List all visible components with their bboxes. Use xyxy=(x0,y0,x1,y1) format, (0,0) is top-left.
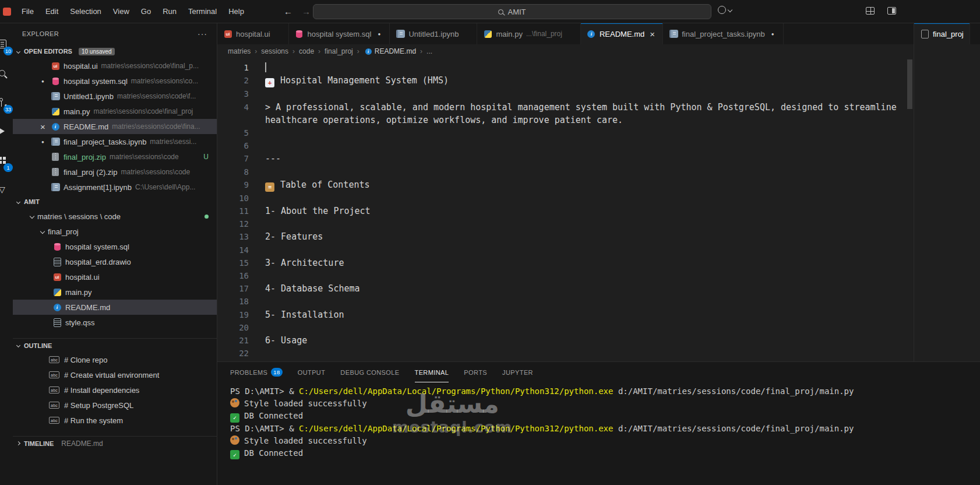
editor-pane-secondary[interactable] xyxy=(914,44,980,361)
code-line[interactable]: 1 xyxy=(217,61,914,74)
code-line[interactable]: 13 2- Features xyxy=(217,230,914,243)
outline-item[interactable]: # Run the system xyxy=(13,413,217,428)
breadcrumb-file[interactable]: README.md xyxy=(375,47,416,55)
activity-item[interactable]: 33 xyxy=(0,87,13,117)
forward-icon[interactable] xyxy=(302,6,311,16)
activity-item[interactable] xyxy=(0,117,13,146)
panel-tab[interactable]: JUPYTER xyxy=(502,362,533,382)
tree-file-item[interactable]: hospital system.sql xyxy=(13,239,217,254)
editor-state-icon[interactable] xyxy=(38,79,47,84)
open-editor-item[interactable]: README.md matries\sessions\code\fina... xyxy=(13,119,217,134)
open-editor-item[interactable]: final_proj (2).zip matries\sessions\code xyxy=(13,164,217,180)
code-editor[interactable]: 1 2 Hospital Management System (HMS) 3 xyxy=(217,58,914,361)
code-line[interactable]: 16 xyxy=(217,269,914,282)
open-editor-item[interactable]: hospital.ui matries\sessions\code\final_… xyxy=(13,58,217,73)
activity-item[interactable]: 10 xyxy=(0,29,13,58)
more-actions-icon[interactable] xyxy=(198,29,207,38)
toggle-panel-icon[interactable] xyxy=(887,7,896,15)
tree-file-item[interactable]: README.md xyxy=(13,300,217,315)
code-line[interactable]: 7 --- xyxy=(217,152,914,165)
terminal-output[interactable]: PS D:\AMIT> & C:/Users/dell/AppData/Loca… xyxy=(217,382,980,459)
menu-item[interactable]: Go xyxy=(135,5,157,18)
panel-tab[interactable]: TERMINAL xyxy=(415,362,449,382)
open-editors-header[interactable]: OPEN EDITORS 10 unsaved xyxy=(13,44,217,58)
code-line[interactable]: 14 xyxy=(217,244,914,256)
menu-item[interactable]: View xyxy=(107,5,135,18)
code-line[interactable]: 11 1- About the Project xyxy=(217,205,914,217)
code-line[interactable]: 4 > A professional, scalable, and modern… xyxy=(217,101,914,126)
customize-layout-icon[interactable] xyxy=(866,7,875,15)
editor-tab[interactable]: hospital.ui xyxy=(217,23,289,44)
open-editor-item[interactable]: final_proj.zip matries\sessions\code U xyxy=(13,149,217,164)
outline-item[interactable]: # Setup PostgreSQL xyxy=(13,398,217,413)
menu-item[interactable]: Edit xyxy=(40,5,64,18)
editor-tab[interactable]: final_proj xyxy=(914,23,970,44)
tree-folder-compact[interactable]: matries \ sessions \ code xyxy=(13,209,217,224)
menu-item[interactable]: Run xyxy=(157,5,182,18)
outline-item[interactable]: # Clone repo xyxy=(13,352,217,367)
breadcrumb-item[interactable]: final_proj xyxy=(325,47,364,55)
back-icon[interactable] xyxy=(284,6,292,16)
code-line[interactable]: 19 5- Installation xyxy=(217,308,914,321)
tree-folder[interactable]: final_proj xyxy=(13,224,217,239)
activity-item[interactable] xyxy=(0,175,13,204)
editor-tab[interactable]: final_project_tasks.ipynb xyxy=(663,23,783,44)
panel-tab[interactable]: DEBUG CONSOLE xyxy=(340,362,399,382)
tree-file-item[interactable]: main.py xyxy=(13,284,217,300)
code-line[interactable]: 5 xyxy=(217,126,914,139)
editor-state-icon[interactable] xyxy=(38,139,47,145)
menu-item[interactable]: Terminal xyxy=(182,5,223,18)
breadcrumb-item[interactable]: sessions xyxy=(261,47,299,55)
breadcrumb[interactable]: matriessessionscodefinal_proj README.md … xyxy=(217,44,914,58)
code-line[interactable]: 10 xyxy=(217,192,914,205)
editor-tab[interactable]: Untitled1.ipynb xyxy=(390,23,477,44)
menu-item[interactable]: Selection xyxy=(64,5,107,18)
code-line[interactable]: 17 4- Database Schema xyxy=(217,282,914,295)
open-editor-item[interactable]: main.py matries\sessions\code\final_proj xyxy=(13,104,217,119)
code-line[interactable]: 9 Table of Contents xyxy=(217,178,914,192)
account-menu[interactable] xyxy=(718,6,732,14)
editor-tab[interactable]: main.py ...\final_proj xyxy=(477,23,581,44)
tree-file-item[interactable]: hospital.ui xyxy=(13,269,217,284)
tab-state-icon[interactable] xyxy=(769,31,777,37)
breadcrumb-symbols[interactable]: ... xyxy=(426,47,432,55)
editor-tab[interactable]: hospital system.sql xyxy=(289,23,390,44)
code-line[interactable]: 20 xyxy=(217,321,914,334)
breadcrumb-item[interactable]: matries xyxy=(228,47,261,55)
code-line[interactable]: 15 3- Architecture xyxy=(217,256,914,269)
outline-item[interactable]: # Install dependencies xyxy=(13,382,217,398)
open-editor-item[interactable]: Assignment[1].ipynb C:\Users\dell\App... xyxy=(13,180,217,195)
tab-state-icon[interactable] xyxy=(648,30,657,38)
code-line[interactable]: 21 6- Usage xyxy=(217,334,914,347)
open-editor-item[interactable]: hospital system.sql matries\sessions\co.… xyxy=(13,73,217,89)
code-line[interactable]: 6 xyxy=(217,139,914,152)
open-editor-item[interactable]: final_project_tasks.ipynb matries\sessi.… xyxy=(13,134,217,149)
panel-tab[interactable]: PORTS xyxy=(464,362,487,382)
code-line[interactable]: 12 xyxy=(217,217,914,230)
tab-state-icon[interactable] xyxy=(375,31,383,37)
editor-scrollbar[interactable] xyxy=(907,59,912,109)
activity-item[interactable] xyxy=(0,58,13,87)
menu-item[interactable]: File xyxy=(16,5,40,18)
activity-item[interactable]: 1 xyxy=(0,146,13,175)
tree-file-item[interactable]: style.qss xyxy=(13,315,217,330)
menu-item[interactable]: Help xyxy=(223,5,250,18)
panel-tab[interactable]: PROBLEMS 18 xyxy=(230,362,283,382)
code-line[interactable]: 3 xyxy=(217,87,914,100)
panel-tab[interactable]: OUTPUT xyxy=(298,362,326,382)
code-line[interactable]: 8 xyxy=(217,166,914,178)
timeline-header[interactable]: TIMELINE README.md xyxy=(13,436,217,450)
open-editor-item[interactable]: Untitled1.ipynb matries\sessions\code\f.… xyxy=(13,89,217,104)
code-line[interactable]: 2 Hospital Management System (HMS) xyxy=(217,74,914,87)
code-line[interactable]: 18 xyxy=(217,295,914,308)
code-line[interactable]: 22 xyxy=(217,347,914,360)
breadcrumb-item[interactable]: code xyxy=(299,47,325,55)
file-path: matries\sessions\code\fina... xyxy=(112,122,200,131)
outline-header[interactable]: OUTLINE xyxy=(13,338,217,352)
editor-tab[interactable]: README.md xyxy=(581,23,663,44)
outline-item[interactable]: # Create virtual environment xyxy=(13,367,217,382)
editor-state-icon[interactable] xyxy=(38,122,47,131)
tree-file-item[interactable]: hospital_erd.drawio xyxy=(13,254,217,269)
workspace-header[interactable]: AMIT xyxy=(13,195,217,209)
command-center-search[interactable]: AMIT xyxy=(313,4,711,19)
